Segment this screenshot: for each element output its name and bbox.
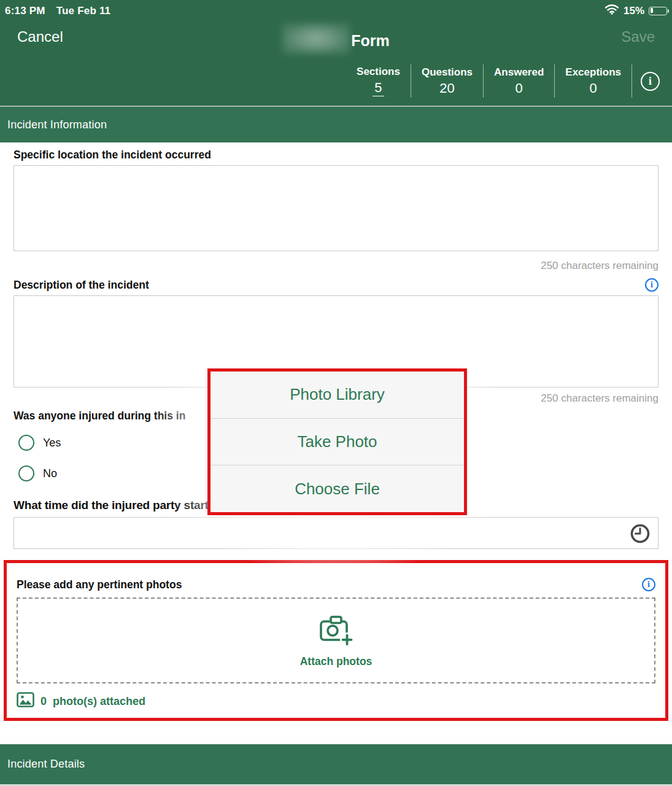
photo-action-sheet: Photo Library Take Photo Choose File [207, 368, 467, 515]
attach-photos-label: Attach photos [300, 655, 373, 668]
stat-sections: Sections 5 [346, 66, 411, 96]
photos-count-value: 0 [41, 695, 47, 708]
battery-percent: 15% [624, 5, 644, 17]
question-label-location: Specific location the incident occurred [14, 149, 658, 161]
question-label-description: Description of the incident [14, 279, 149, 292]
description-info-icon[interactable]: i [645, 278, 658, 292]
stat-sections-value: 5 [373, 80, 384, 96]
stats-bar: Sections 5 Questions 20 Answered 0 Excep… [0, 58, 672, 104]
camera-plus-icon [319, 613, 354, 649]
divider [631, 64, 632, 98]
action-choose-file[interactable]: Choose File [210, 465, 464, 512]
radio-circle-yes[interactable] [18, 435, 34, 451]
photos-count-label: photo(s) attached [53, 695, 145, 708]
stat-exceptions: Exceptions 0 [555, 66, 631, 96]
photos-icon [17, 692, 34, 710]
start-time-input[interactable] [14, 517, 658, 549]
wifi-icon [604, 4, 619, 18]
photos-info-icon[interactable]: i [642, 578, 655, 591]
battery-icon [649, 7, 667, 15]
stat-answered-value: 0 [516, 80, 523, 96]
location-textarea[interactable] [14, 165, 658, 251]
section-header-incident-details: Incident Details [0, 744, 672, 786]
app-header: 6:13 PM Tue Feb 11 15% Cancel Form S [0, 0, 672, 106]
photos-question-annotation-box: Please add any pertinent photos i Attach… [4, 560, 668, 721]
stat-exceptions-value: 0 [590, 80, 597, 96]
status-date: Tue Feb 11 [56, 5, 111, 17]
nav-bar: Cancel Form Save [0, 18, 672, 58]
stat-questions: Questions 20 [411, 66, 483, 96]
attach-photos-dropzone[interactable]: Attach photos [17, 597, 655, 683]
stat-answered: Answered 0 [484, 66, 554, 96]
photos-count-row: 0 photo(s) attached [17, 692, 655, 710]
info-icon[interactable]: i [641, 72, 660, 91]
status-time: 6:13 PM [5, 5, 45, 17]
stat-questions-value: 20 [439, 80, 454, 96]
redacted-title-blur [282, 23, 350, 54]
status-bar: 6:13 PM Tue Feb 11 15% [0, 0, 672, 18]
question-label-photos: Please add any pertinent photos [17, 578, 182, 591]
clock-icon[interactable] [630, 523, 651, 547]
form-title: Form [0, 27, 672, 54]
location-char-counter: 250 characters remaining [14, 260, 658, 272]
section-header-incident-information: Incident Information [0, 107, 672, 142]
radio-circle-no[interactable] [18, 465, 34, 481]
action-take-photo[interactable]: Take Photo [210, 418, 464, 465]
action-photo-library[interactable]: Photo Library [210, 372, 464, 418]
save-button[interactable]: Save [621, 28, 655, 45]
